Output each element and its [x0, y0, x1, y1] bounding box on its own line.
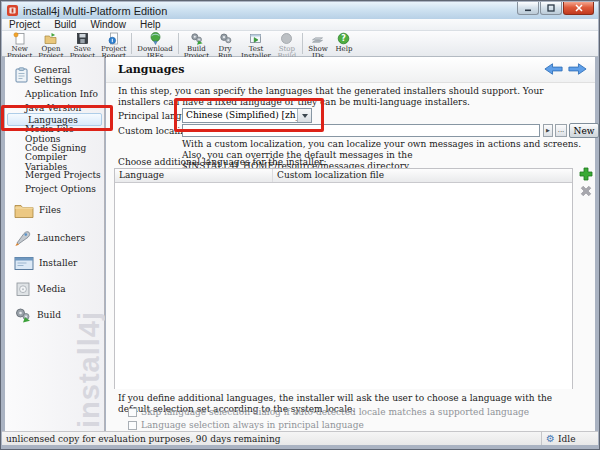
sidebar: General Settings Application Info Java V… [5, 57, 105, 432]
project-report-button[interactable]: Project Report [98, 31, 129, 56]
license-status-text: unlicensed copy for evaluation purposes,… [2, 434, 541, 444]
sidebar-item-label: Build [37, 310, 61, 320]
checkbox-icon [128, 421, 137, 430]
add-language-button[interactable] [579, 167, 593, 181]
new-project-button[interactable]: New Project [4, 31, 35, 56]
open-project-icon [44, 32, 57, 45]
status-bar: unlicensed copy for evaluation purposes,… [2, 431, 598, 445]
help-icon: ? [337, 32, 350, 45]
gears-icon [14, 307, 32, 323]
sidebar-item-label: Installer [39, 258, 77, 268]
sidebar-item-label: General Settings [34, 65, 102, 85]
folder-icon [14, 203, 34, 218]
sidebar-item-label: Application Info [25, 89, 98, 99]
column-header-custom-localization-file: Custom localization file [273, 169, 572, 182]
ellipsis-icon: ... [558, 125, 565, 136]
save-project-button[interactable]: Save Project [67, 31, 98, 56]
window-title: install4j Multi-Platform Edition [23, 5, 167, 17]
sidebar-item-compiler-variables[interactable]: Compiler Variables [5, 155, 102, 168]
project-report-icon [107, 32, 120, 45]
menu-window[interactable]: Window [83, 19, 133, 30]
toolbar-button-label: Help [335, 46, 352, 53]
toolbar-separator [302, 33, 303, 54]
checkbox-label: Skip language selection dialog if auto-d… [141, 407, 529, 417]
minimize-icon [524, 4, 532, 12]
table-body-empty[interactable] [115, 183, 572, 389]
new-localization-button[interactable]: New [569, 123, 599, 138]
save-project-icon [76, 32, 89, 45]
build-status-text: Idle [558, 434, 576, 444]
toolbar-separator [178, 33, 179, 54]
sidebar-item-files[interactable]: Files [5, 199, 102, 221]
show-ids-icon [311, 32, 324, 45]
sidebar-item-general-settings[interactable]: General Settings [5, 65, 102, 85]
principal-language-selection-checkbox: Language selection always in principal l… [128, 420, 364, 430]
install4j-watermark: install4j [73, 311, 106, 428]
dry-run-icon [219, 32, 232, 45]
close-button[interactable] [563, 2, 594, 15]
close-icon [575, 4, 583, 12]
sidebar-item-merged-projects[interactable]: Merged Projects [5, 168, 102, 181]
sidebar-item-label: Merged Projects [25, 170, 101, 180]
sidebar-item-label: Files [39, 205, 61, 215]
table-header: Language Custom localization file [115, 169, 572, 183]
test-installer-button[interactable]: Test Installer [238, 31, 274, 56]
media-box-icon [14, 281, 32, 297]
column-header-language: Language [115, 169, 273, 182]
nav-back-button[interactable] [543, 62, 564, 76]
svg-text:?: ? [342, 34, 347, 43]
rocket-icon [14, 230, 32, 246]
build-project-button[interactable]: Build Project [181, 31, 212, 56]
sidebar-item-launchers[interactable]: Launchers [5, 227, 102, 249]
menu-bar: Project Build Window Help [2, 19, 598, 31]
principal-language-select[interactable]: Chinese (Simplified) [zh_CN] [182, 108, 312, 123]
principal-language-value: Chinese (Simplified) [zh_CN] [183, 109, 297, 122]
sidebar-item-label: Project Options [25, 184, 96, 194]
download-jres-icon [149, 32, 162, 45]
download-jres-button[interactable]: Download JREs [134, 31, 175, 56]
nav-forward-button[interactable] [567, 62, 588, 76]
sidebar-item-installer[interactable]: Installer [5, 252, 102, 274]
new-project-icon [13, 32, 26, 45]
chevron-down-icon [297, 109, 311, 122]
test-installer-icon [249, 32, 262, 45]
build-status: ⚙ Idle [541, 432, 598, 445]
open-project-button[interactable]: Open Project [35, 31, 66, 56]
custom-localization-input[interactable] [182, 124, 540, 137]
intro-text: In this step, you can specify the langua… [118, 86, 579, 108]
browse-button[interactable]: ... [555, 124, 567, 137]
toolbar-separator [131, 33, 132, 54]
sidebar-item-media-file-options[interactable]: Media File Options [5, 127, 102, 140]
dry-run-button[interactable]: Dry Run [212, 31, 238, 56]
sidebar-item-label: Launchers [37, 233, 85, 243]
show-ids-button[interactable]: Show IDs [305, 31, 331, 56]
checkbox-label: Language selection always in principal l… [141, 420, 364, 430]
screen-icon [14, 256, 34, 271]
sidebar-item-media[interactable]: Media [5, 278, 102, 300]
stop-build-button: Stop Build [274, 31, 300, 56]
sidebar-item-project-options[interactable]: Project Options [5, 182, 102, 195]
menu-help[interactable]: Help [133, 19, 168, 30]
help-button[interactable]: ? Help [331, 31, 357, 56]
additional-languages-table: Language Custom localization file [114, 168, 573, 389]
menu-build[interactable]: Build [47, 19, 83, 30]
minimize-button[interactable] [517, 2, 539, 15]
gear-icon: ⚙ [546, 434, 555, 444]
clipboard-icon [14, 67, 29, 83]
menu-project[interactable]: Project [2, 19, 47, 30]
maximize-button[interactable] [540, 2, 562, 15]
sidebar-item-label: Java Version [25, 103, 81, 113]
insert-variable-button[interactable]: ▶ [543, 124, 553, 137]
maximize-icon [547, 4, 555, 12]
new-button-label: New [574, 126, 595, 136]
sidebar-item-application-info[interactable]: Application Info [5, 87, 102, 100]
skip-language-selection-checkbox: Skip language selection dialog if auto-d… [128, 407, 529, 417]
content-panel: Languages In this step, you can specify … [106, 57, 595, 432]
remove-language-button[interactable] [579, 184, 593, 198]
window-frame: install4j Multi-Platform Edition Project… [0, 0, 600, 450]
sidebar-item-label: Media [37, 284, 66, 294]
app-icon [7, 5, 18, 16]
play-arrow-icon: ▶ [546, 125, 550, 136]
page-title: Languages [118, 63, 185, 76]
stop-build-icon [280, 32, 293, 45]
